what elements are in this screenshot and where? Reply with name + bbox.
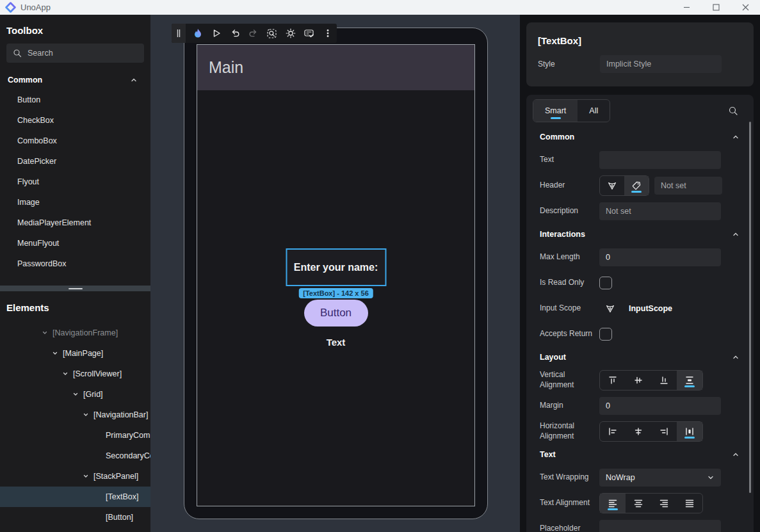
- accepts-return-label: Accepts Return: [540, 329, 599, 339]
- accepts-return-checkbox[interactable]: [599, 328, 612, 341]
- input-scope-label: Input Scope: [540, 303, 599, 314]
- properties-search-icon[interactable]: [728, 106, 738, 116]
- tree-item-primarycommands[interactable]: PrimaryCommands: [0, 425, 150, 446]
- text-field[interactable]: [599, 151, 721, 169]
- selection-size-tooltip: [TextBox] - 142 x 56: [298, 288, 373, 298]
- text-wrapping-label: Text Wrapping: [540, 472, 599, 483]
- text-align-center-icon[interactable]: [626, 494, 651, 513]
- is-read-only-checkbox[interactable]: [599, 277, 612, 289]
- chevron-up-icon: [130, 76, 138, 84]
- canvas-textbox-selected[interactable]: Enter your name:: [286, 248, 386, 286]
- style-field[interactable]: Implicit Style: [600, 55, 722, 73]
- text-alignment-label: Text Alignment: [540, 498, 599, 508]
- minimize-button[interactable]: [672, 0, 701, 15]
- margin-field[interactable]: 0: [599, 397, 721, 415]
- tree-item-navigationbar[interactable]: [NavigationBar]: [0, 405, 150, 425]
- align-hstretch-icon[interactable]: [677, 422, 702, 441]
- chevron-down-icon[interactable]: [82, 472, 90, 480]
- tab-all[interactable]: All: [578, 100, 610, 122]
- header-binding-toggle[interactable]: [600, 176, 624, 195]
- redo-button[interactable]: [244, 24, 263, 43]
- toolbox-items: Button CheckBox ComboBox DatePicker Flyo…: [0, 90, 150, 274]
- page-title: Main: [209, 58, 243, 77]
- align-bottom-icon[interactable]: [651, 371, 677, 390]
- panel-splitter[interactable]: [0, 286, 150, 291]
- app-title: UnoApp: [20, 3, 51, 12]
- chevron-down-icon[interactable]: [72, 391, 79, 398]
- tag-icon: [631, 181, 642, 191]
- description-field[interactable]: Not set: [599, 202, 721, 220]
- tree-item-button[interactable]: [Button]: [0, 507, 150, 528]
- header-field[interactable]: Not set: [654, 177, 722, 195]
- align-right-icon[interactable]: [651, 422, 677, 441]
- toolbox-search[interactable]: [6, 44, 144, 63]
- horizontal-alignment-toggle: [599, 421, 703, 442]
- text-align-left-icon[interactable]: [600, 494, 626, 513]
- text-alignment-toggle: [599, 493, 703, 513]
- chevron-up-icon: [732, 353, 740, 361]
- align-hcenter-icon[interactable]: [626, 422, 651, 441]
- toolbox-item-button[interactable]: Button: [0, 90, 150, 110]
- toolbox-item-image[interactable]: Image: [0, 192, 150, 213]
- toolbox-item-checkbox[interactable]: CheckBox: [0, 110, 150, 131]
- hot-reload-flame-icon[interactable]: [188, 24, 207, 43]
- properties-scrollbar[interactable]: [749, 122, 751, 493]
- tree-item-textbox[interactable]: [TextBox]: [0, 487, 150, 507]
- header-literal-toggle[interactable]: [624, 176, 649, 195]
- tree-item-secondarycommands[interactable]: SecondaryCommands: [0, 446, 150, 466]
- design-toolbar: [172, 24, 337, 43]
- tree-item-textblock[interactable]: [TextBlock]: [0, 528, 150, 532]
- maximize-button[interactable]: [701, 0, 731, 15]
- align-left-icon[interactable]: [600, 422, 626, 441]
- input-scope-value[interactable]: InputScope: [629, 304, 672, 313]
- tree-item-grid[interactable]: [Grid]: [0, 384, 150, 405]
- chevron-down-icon[interactable]: [51, 350, 59, 357]
- text-wrapping-dropdown[interactable]: NoWrap: [599, 469, 721, 487]
- tree-item-navigationframe[interactable]: [NavigationFrame]: [0, 323, 150, 343]
- splitter-handle-icon: [69, 288, 83, 289]
- tree-item-stackpanel[interactable]: [StackPanel]: [0, 466, 150, 487]
- element-inspect-icon[interactable]: [263, 24, 281, 43]
- close-button[interactable]: [731, 0, 760, 15]
- max-length-field[interactable]: 0: [599, 248, 721, 266]
- binding-web-icon: [605, 303, 615, 314]
- toolbox-item-mediaplayerelement[interactable]: MediaPlayerElement: [0, 213, 150, 233]
- toolbox-item-combobox[interactable]: ComboBox: [0, 131, 150, 151]
- placeholder-field[interactable]: [599, 520, 721, 532]
- chevron-down-icon[interactable]: [41, 329, 49, 337]
- toolbox-item-passwordbox[interactable]: PasswordBox: [0, 254, 150, 274]
- toolbox-section-common[interactable]: Common: [0, 70, 150, 90]
- search-input[interactable]: [28, 49, 138, 58]
- align-vcenter-icon[interactable]: [626, 371, 651, 390]
- align-vstretch-icon[interactable]: [677, 371, 702, 390]
- align-top-icon[interactable]: [600, 371, 626, 390]
- chevron-down-icon[interactable]: [61, 370, 69, 378]
- chevron-up-icon: [732, 451, 740, 458]
- theme-toggle-sun-icon[interactable]: [281, 24, 300, 43]
- margin-label: Margin: [540, 401, 599, 411]
- canvas-button[interactable]: Button: [304, 300, 368, 326]
- form-factor-icon[interactable]: [300, 24, 318, 43]
- toolbox-item-datepicker[interactable]: DatePicker: [0, 151, 150, 172]
- section-layout[interactable]: Layout: [526, 347, 754, 367]
- toolbar-drag-handle[interactable]: [172, 24, 186, 43]
- elements-panel: Elements [NavigationFrame] [MainPage] [S…: [0, 291, 150, 532]
- vertical-alignment-label: Vertical Alignment: [540, 370, 599, 390]
- undo-button[interactable]: [225, 24, 244, 43]
- text-align-right-icon[interactable]: [651, 494, 677, 513]
- tree-item-mainpage[interactable]: [MainPage]: [0, 343, 150, 364]
- placeholder-label: Placeholder: [540, 524, 599, 532]
- section-common[interactable]: Common: [526, 127, 754, 147]
- tab-smart[interactable]: Smart: [533, 100, 578, 122]
- section-interactions[interactable]: Interactions: [526, 224, 754, 245]
- element-tree: [NavigationFrame] [MainPage] [ScrollView…: [0, 323, 150, 532]
- more-options-kebab-icon[interactable]: [318, 24, 337, 43]
- canvas-textblock[interactable]: Text: [327, 337, 346, 348]
- play-button[interactable]: [207, 24, 225, 43]
- tree-item-scrollviewer[interactable]: [ScrollViewer]: [0, 364, 150, 384]
- chevron-down-icon[interactable]: [82, 411, 90, 419]
- text-align-justify-icon[interactable]: [677, 494, 702, 513]
- toolbox-item-menuflyout[interactable]: MenuFlyout: [0, 233, 150, 254]
- section-text[interactable]: Text: [526, 444, 754, 465]
- toolbox-item-flyout[interactable]: Flyout: [0, 172, 150, 192]
